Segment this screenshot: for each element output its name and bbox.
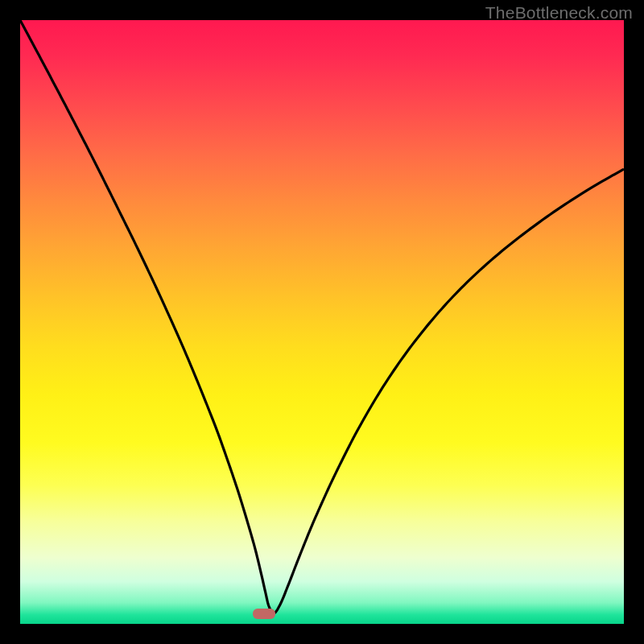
bottleneck-curve <box>20 20 623 613</box>
curve-layer <box>20 20 624 624</box>
plot-area <box>20 20 624 624</box>
chart-frame: TheBottleneck.com <box>0 0 644 644</box>
optimal-marker <box>253 609 275 619</box>
watermark-text: TheBottleneck.com <box>485 3 633 23</box>
